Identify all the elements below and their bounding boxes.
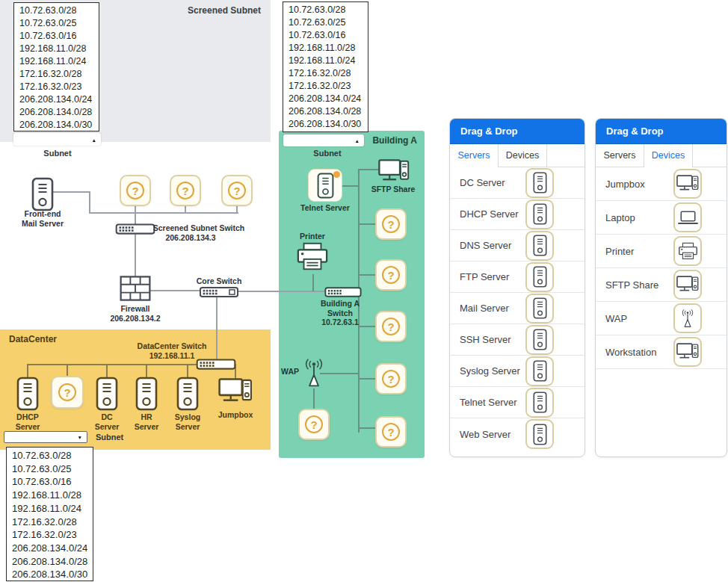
panel-item[interactable]: Syslog Server bbox=[450, 356, 584, 387]
switch-ip: 206.208.134.3 bbox=[149, 233, 232, 243]
panel-item[interactable]: WAP bbox=[596, 302, 727, 335]
subnet-option[interactable]: 172.16.32.0/23 bbox=[7, 528, 93, 542]
subnet-option[interactable]: 10.72.63.0/16 bbox=[7, 475, 93, 489]
network-diagram-canvas: Screened Subnet Building A DataCenter Fr… bbox=[0, 0, 728, 582]
subnet-option[interactable]: 10.72.63.0/16 bbox=[14, 30, 99, 43]
chevron-up-icon: ▲ bbox=[92, 137, 96, 142]
subnet-option[interactable]: 192.168.11.0/24 bbox=[14, 55, 99, 68]
item-label: WAP bbox=[605, 313, 627, 324]
subnet-option[interactable]: 206.208.134.0/28 bbox=[283, 105, 368, 118]
subnet-option[interactable]: 206.208.134.0/24 bbox=[7, 542, 93, 555]
item-label: Telnet Server bbox=[460, 397, 517, 408]
subnet-option[interactable]: 206.208.134.0/28 bbox=[14, 106, 99, 119]
item-label: Printer bbox=[605, 246, 634, 257]
tab-servers[interactable]: Servers bbox=[596, 144, 644, 167]
item-label: Mail Server bbox=[460, 303, 509, 314]
panel-item[interactable]: Web Server bbox=[450, 418, 584, 450]
desktop-tower-icon bbox=[218, 378, 253, 405]
subnet-option[interactable]: 172.16.32.0/23 bbox=[14, 81, 99, 93]
question-drop-target[interactable]: ? bbox=[170, 175, 201, 206]
subnet-option[interactable]: 206.208.134.0/24 bbox=[14, 93, 99, 106]
question-drop-target[interactable]: ? bbox=[221, 175, 253, 206]
question-drop-target[interactable]: ? bbox=[51, 376, 84, 409]
panel-item[interactable]: Laptop bbox=[596, 201, 727, 235]
panel-item[interactable]: SSH Server bbox=[450, 324, 584, 356]
item-label: Jumpbox bbox=[605, 179, 645, 190]
subnet-option[interactable]: 192.168.11.0/28 bbox=[14, 43, 99, 55]
region-title: DataCenter bbox=[9, 334, 57, 344]
subnet-option[interactable]: 172.16.32.0/28 bbox=[283, 67, 368, 80]
laptop-icon bbox=[673, 202, 702, 232]
question-icon: ? bbox=[126, 182, 144, 199]
subnet-option[interactable]: 10.72.63.0/28 bbox=[14, 4, 99, 17]
subnet-option[interactable]: 172.16.32.0/28 bbox=[7, 516, 93, 529]
question-drop-target[interactable]: ? bbox=[298, 409, 330, 440]
panel-item[interactable]: FTP Server bbox=[450, 261, 584, 293]
question-drop-target[interactable]: ? bbox=[120, 175, 151, 206]
subnet-option[interactable]: 10.72.63.0/16 bbox=[283, 29, 368, 42]
node-label: Jumpbox bbox=[212, 410, 259, 420]
switch-icon bbox=[200, 286, 238, 298]
subnet-dropdown[interactable]: ▲ bbox=[13, 133, 101, 146]
panel-title: Drag & Drop bbox=[606, 126, 664, 137]
desktop-tower-icon bbox=[673, 169, 702, 199]
question-icon: ? bbox=[58, 383, 76, 401]
question-drop-target[interactable]: ? bbox=[375, 311, 407, 342]
drag-drop-panel-devices: Drag & Drop Servers Devices Jumpbox Lapt… bbox=[595, 118, 727, 457]
server-icon bbox=[16, 377, 39, 411]
subnet-option[interactable]: 172.16.32.0/23 bbox=[283, 80, 368, 93]
panel-item[interactable]: Printer bbox=[596, 235, 727, 268]
firewall-ip: 206.208.134.2 bbox=[102, 314, 169, 323]
panel-item[interactable]: SFTP Share bbox=[596, 268, 727, 302]
wap-icon bbox=[301, 356, 327, 389]
server-icon bbox=[317, 173, 334, 199]
dropped-telnet-server[interactable] bbox=[308, 169, 342, 202]
panel-item[interactable]: Jumpbox bbox=[596, 167, 727, 201]
subnet-option[interactable]: 192.168.11.0/28 bbox=[283, 42, 368, 55]
item-label: Laptop bbox=[605, 212, 635, 223]
question-drop-target[interactable]: ? bbox=[375, 363, 407, 394]
server-icon bbox=[525, 294, 554, 323]
connector-line bbox=[358, 378, 377, 380]
subnet-dropdown[interactable]: ▼ bbox=[4, 431, 87, 443]
tab-devices[interactable]: Devices bbox=[499, 144, 547, 167]
item-label: DNS Server bbox=[460, 240, 511, 251]
item-label: DC Server bbox=[460, 177, 505, 188]
subnet-dropdown[interactable]: ▲ bbox=[283, 134, 364, 146]
subnet-option[interactable]: 172.16.32.0/28 bbox=[14, 68, 99, 81]
wap-icon bbox=[673, 303, 702, 333]
panel-item[interactable]: Workstation bbox=[596, 335, 727, 369]
connector-line bbox=[342, 185, 359, 187]
server-icon bbox=[525, 325, 554, 355]
subnet-option[interactable]: 192.168.11.0/24 bbox=[283, 55, 368, 67]
item-label: SSH Server bbox=[460, 334, 511, 345]
panel-item[interactable]: Telnet Server bbox=[450, 387, 584, 418]
node-label: Telnet Server bbox=[297, 203, 353, 213]
subnet-option[interactable]: 206.208.134.0/30 bbox=[14, 119, 99, 131]
subnet-option[interactable]: 10.72.63.0/28 bbox=[283, 4, 368, 16]
subnet-option[interactable]: 10.72.63.0/25 bbox=[7, 462, 93, 476]
subnet-option[interactable]: 206.208.134.0/30 bbox=[283, 118, 368, 131]
subnet-dropdown-label: Subnet bbox=[28, 149, 87, 158]
panel-item[interactable]: DHCP Server bbox=[450, 199, 584, 230]
subnet-option[interactable]: 10.72.63.0/25 bbox=[14, 17, 99, 30]
subnet-option[interactable]: 206.208.134.0/30 bbox=[7, 568, 93, 581]
item-label: Web Server bbox=[460, 429, 510, 440]
panel-item[interactable]: DNS Server bbox=[450, 230, 584, 261]
panel-item[interactable]: DC Server bbox=[450, 167, 584, 199]
question-drop-target[interactable]: ? bbox=[375, 259, 407, 291]
question-drop-target[interactable]: ? bbox=[375, 416, 407, 448]
subnet-option[interactable]: 10.72.63.0/28 bbox=[7, 449, 93, 462]
subnet-option[interactable]: 192.168.11.0/28 bbox=[7, 489, 93, 502]
subnet-option[interactable]: 10.72.63.0/25 bbox=[283, 16, 368, 29]
tab-servers[interactable]: Servers bbox=[450, 144, 499, 167]
server-icon bbox=[525, 168, 554, 198]
subnet-option[interactable]: 206.208.134.0/24 bbox=[283, 93, 368, 105]
question-drop-target[interactable]: ? bbox=[375, 208, 407, 240]
tab-devices[interactable]: Devices bbox=[644, 144, 693, 167]
connector-line bbox=[89, 212, 238, 214]
connector-line bbox=[358, 169, 380, 170]
subnet-option[interactable]: 206.208.134.0/28 bbox=[7, 555, 93, 569]
panel-item[interactable]: Mail Server bbox=[450, 293, 584, 324]
subnet-option[interactable]: 192.168.11.0/24 bbox=[7, 502, 93, 516]
